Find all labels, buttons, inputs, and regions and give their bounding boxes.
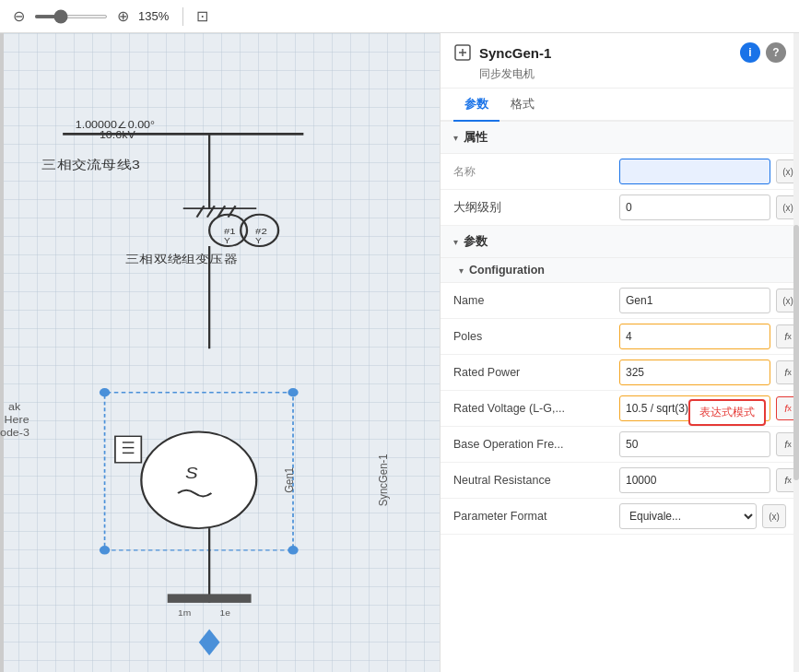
panel-title: SyncGen-1 bbox=[479, 45, 551, 61]
main-area: 1.00000∠0.00° 10.6kV 三相交流母线3 #1 Y #2 Y 三… bbox=[0, 33, 799, 672]
fx-btn-rated-voltage[interactable]: fx 表达式模式 bbox=[776, 396, 799, 420]
prop-value-poles: fx bbox=[619, 324, 799, 349]
panel-tabs: 参数 格式 bbox=[441, 88, 799, 122]
panel-subtitle: 同步发电机 bbox=[453, 66, 786, 82]
x-btn-outline[interactable]: (x) bbox=[776, 195, 799, 219]
tab-parameters[interactable]: 参数 bbox=[453, 88, 499, 120]
svg-rect-32 bbox=[168, 594, 252, 603]
prop-row-partial: 名称 (x) bbox=[441, 154, 799, 190]
prop-input-partial[interactable] bbox=[619, 159, 770, 184]
prop-row-poles: Poles fx bbox=[441, 319, 799, 355]
prop-label-name: Name bbox=[453, 294, 619, 307]
svg-text:#2: #2 bbox=[255, 227, 267, 236]
panel-header: SyncGen-1 i ? 同步发电机 bbox=[441, 33, 799, 88]
configuration-label: Configuration bbox=[469, 264, 545, 277]
prop-label-neutral-res: Neutral Resistance bbox=[453, 474, 619, 487]
svg-point-28 bbox=[288, 546, 298, 555]
prop-input-poles[interactable] bbox=[619, 324, 770, 349]
svg-text:10.6kV: 10.6kV bbox=[100, 130, 135, 140]
prop-input-rated-power[interactable] bbox=[619, 360, 770, 385]
svg-point-26 bbox=[288, 388, 298, 397]
prop-value-neutral-res: fx bbox=[619, 467, 799, 493]
panel-content[interactable]: ▾ 属性 名称 (x) 大纲级别 (x) ▾ bbox=[441, 122, 799, 672]
prop-row-name: Name (x) bbox=[441, 283, 799, 319]
section-properties[interactable]: ▾ 属性 bbox=[441, 122, 799, 154]
zoom-controls: ⊖ ⊕ 135% ⊡ bbox=[9, 6, 212, 27]
properties-chevron: ▾ bbox=[453, 133, 458, 143]
svg-rect-21 bbox=[115, 436, 141, 463]
prop-row-param-format: Parameter Format Equivale... Standard (x… bbox=[441, 499, 799, 535]
svg-text:Y: Y bbox=[255, 236, 263, 245]
zoom-in-button[interactable]: ⊕ bbox=[113, 6, 133, 27]
fit-button[interactable]: ⊡ bbox=[193, 6, 212, 27]
prop-value-rated-voltage: fx 表达式模式 bbox=[619, 395, 799, 421]
parameters-chevron: ▾ bbox=[453, 237, 458, 247]
prop-row-outline: 大纲级别 (x) bbox=[441, 190, 799, 226]
subsection-configuration[interactable]: ▾ Configuration bbox=[441, 258, 799, 283]
prop-label-rated-voltage: Rated Voltage (L-G,... bbox=[453, 402, 619, 415]
svg-text:三相交流母线3: 三相交流母线3 bbox=[41, 159, 139, 172]
prop-row-base-freq: Base Operation Fre... fx bbox=[441, 427, 799, 463]
svg-text:S: S bbox=[185, 464, 198, 481]
prop-value-base-freq: fx bbox=[619, 431, 799, 457]
prop-label-param-format: Parameter Format bbox=[453, 510, 619, 523]
svg-text:Here: Here bbox=[5, 415, 29, 425]
toolbar-separator bbox=[182, 7, 183, 26]
prop-label-rated-power: Rated Power bbox=[453, 366, 619, 379]
prop-value-rated-power: fx bbox=[619, 360, 799, 385]
tab-format[interactable]: 格式 bbox=[499, 88, 546, 120]
zoom-out-button[interactable]: ⊖ bbox=[9, 6, 29, 27]
prop-row-neutral-res: Neutral Resistance fx bbox=[441, 463, 799, 499]
x-btn-param-format[interactable]: (x) bbox=[762, 504, 786, 528]
svg-marker-35 bbox=[199, 629, 220, 655]
panel-info-icons: i ? bbox=[740, 42, 786, 63]
prop-value-partial: (x) bbox=[619, 159, 799, 184]
prop-input-name[interactable] bbox=[619, 288, 770, 313]
svg-text:Y: Y bbox=[224, 236, 231, 245]
svg-text:1.00000∠0.00°: 1.00000∠0.00° bbox=[76, 120, 155, 130]
svg-text:ak: ak bbox=[8, 402, 20, 412]
properties-label: 属性 bbox=[464, 129, 488, 146]
prop-value-param-format: Equivale... Standard (x) bbox=[619, 503, 786, 529]
toolbar: ⊖ ⊕ 135% ⊡ bbox=[0, 0, 799, 33]
prop-label-base-freq: Base Operation Fre... bbox=[453, 438, 619, 451]
info-button[interactable]: i bbox=[740, 42, 760, 63]
svg-line-6 bbox=[197, 206, 205, 217]
fx-btn-rated-power[interactable]: fx bbox=[776, 360, 799, 384]
prop-row-rated-power: Rated Power fx bbox=[441, 355, 799, 391]
prop-row-rated-voltage: Rated Voltage (L-G,... fx 表达式模式 bbox=[441, 391, 799, 427]
prop-select-param-format[interactable]: Equivale... Standard bbox=[619, 503, 757, 529]
svg-text:Gen1: Gen1 bbox=[282, 467, 296, 493]
svg-text:1e: 1e bbox=[220, 608, 230, 618]
prop-label-poles: Poles bbox=[453, 330, 619, 343]
configuration-chevron: ▾ bbox=[459, 265, 464, 276]
zoom-slider[interactable] bbox=[34, 15, 108, 18]
tooltip-expression-mode: 表达式模式 bbox=[688, 399, 766, 426]
panel-title-row: SyncGen-1 i ? bbox=[453, 42, 786, 63]
prop-label-partial: 名称 bbox=[453, 164, 619, 180]
svg-point-19 bbox=[141, 432, 256, 529]
fx-btn-poles[interactable]: fx bbox=[776, 324, 799, 348]
svg-text:三相双绕组变压器: 三相双绕组变压器 bbox=[125, 253, 237, 265]
zoom-level-display: 135% bbox=[138, 9, 173, 23]
prop-input-neutral-res[interactable] bbox=[619, 467, 770, 493]
svg-point-27 bbox=[100, 546, 110, 555]
x-btn-name[interactable]: (x) bbox=[776, 289, 799, 312]
prop-label-outline: 大纲级别 bbox=[453, 200, 619, 216]
prop-input-outline[interactable] bbox=[619, 195, 770, 220]
svg-text:1m: 1m bbox=[178, 608, 191, 618]
prop-value-name: (x) bbox=[619, 288, 799, 313]
prop-value-outline: (x) bbox=[619, 195, 799, 220]
parameters-label: 参数 bbox=[464, 233, 488, 250]
help-button[interactable]: ? bbox=[766, 42, 786, 63]
x-btn-partial[interactable]: (x) bbox=[776, 159, 799, 183]
svg-point-25 bbox=[100, 388, 110, 397]
prop-input-base-freq[interactable] bbox=[619, 431, 770, 457]
canvas-area[interactable]: 1.00000∠0.00° 10.6kV 三相交流母线3 #1 Y #2 Y 三… bbox=[0, 33, 440, 672]
section-parameters[interactable]: ▾ 参数 bbox=[441, 226, 799, 258]
fx-btn-base-freq[interactable]: fx bbox=[776, 432, 799, 456]
fx-btn-neutral-res[interactable]: fx bbox=[776, 468, 799, 492]
diagram-svg: 1.00000∠0.00° 10.6kV 三相交流母线3 #1 Y #2 Y 三… bbox=[0, 33, 440, 672]
svg-text:#1: #1 bbox=[224, 227, 236, 236]
syncgen-icon bbox=[453, 43, 472, 62]
